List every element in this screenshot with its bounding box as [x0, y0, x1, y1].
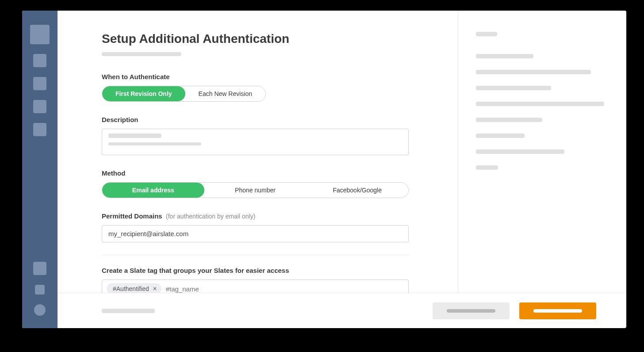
page-title: Setup Additional Authentication	[102, 32, 428, 46]
method-option-social[interactable]: Facebook/Google	[306, 183, 408, 198]
description-textarea[interactable]	[102, 129, 409, 155]
sidebar-bottom-item-1[interactable]	[33, 262, 46, 275]
tags-input-container[interactable]: #Authentified ✕	[102, 279, 409, 293]
section-divider	[102, 255, 409, 255]
method-option-email[interactable]: Email address	[102, 183, 204, 198]
domains-hint: (for authentication by email only)	[166, 213, 255, 220]
textarea-placeholder-line-1	[108, 134, 161, 138]
textarea-placeholder-line-2	[108, 142, 201, 145]
sidebar-bottom	[33, 262, 46, 316]
right-ph-5	[476, 118, 542, 122]
sidebar-item-1[interactable]	[33, 54, 46, 67]
sidebar-item-3[interactable]	[33, 100, 46, 113]
description-label: Description	[102, 116, 428, 123]
primary-button-label-ph	[533, 309, 582, 313]
when-label: When to Authenticate	[102, 73, 428, 80]
when-option-each-revision[interactable]: Each New Revision	[185, 86, 265, 101]
tag-chip-label: #Authentified	[113, 285, 149, 292]
primary-button[interactable]	[519, 302, 596, 319]
right-ph-4	[476, 102, 604, 106]
footer-left-placeholder	[102, 309, 155, 313]
tags-text-input[interactable]	[166, 285, 404, 293]
when-option-first-revision[interactable]: First Revision Only	[102, 86, 185, 101]
sidebar-item-4[interactable]	[33, 123, 46, 136]
sidebar-item-2[interactable]	[33, 77, 46, 90]
subtitle-placeholder	[102, 52, 181, 56]
secondary-button[interactable]	[433, 302, 510, 319]
app-window: Setup Additional Authentication When to …	[22, 11, 626, 328]
sidebar-logo[interactable]	[30, 25, 50, 44]
sidebar-bottom-item-2[interactable]	[35, 285, 45, 295]
footer	[58, 293, 626, 328]
form-area: Setup Additional Authentication When to …	[58, 11, 458, 293]
right-ph-7	[476, 149, 564, 154]
right-ph-2	[476, 70, 591, 74]
sidebar	[22, 11, 58, 328]
tag-remove-icon[interactable]: ✕	[153, 286, 157, 292]
domains-input[interactable]	[102, 225, 409, 242]
tag-chip: #Authentified ✕	[107, 283, 161, 293]
domains-label-text: Permitted Domains	[102, 212, 162, 220]
method-label: Method	[102, 169, 428, 177]
method-segmented: Email address Phone number Facebook/Goog…	[102, 182, 409, 198]
right-ph-0	[476, 32, 497, 36]
main: Setup Additional Authentication When to …	[58, 11, 626, 328]
when-segmented: First Revision Only Each New Revision	[102, 86, 266, 102]
main-body: Setup Additional Authentication When to …	[58, 11, 626, 293]
domains-label: Permitted Domains (for authentication by…	[102, 212, 428, 220]
sidebar-top	[30, 25, 50, 136]
right-ph-8	[476, 165, 498, 170]
tags-label: Create a Slate tag that groups your Slat…	[102, 267, 428, 274]
right-ph-3	[476, 86, 551, 90]
right-ph-6	[476, 134, 525, 138]
sidebar-avatar[interactable]	[34, 304, 46, 316]
right-ph-1	[476, 54, 533, 58]
right-panel	[458, 11, 626, 293]
method-option-phone[interactable]: Phone number	[204, 183, 307, 198]
secondary-button-label-ph	[447, 309, 495, 313]
